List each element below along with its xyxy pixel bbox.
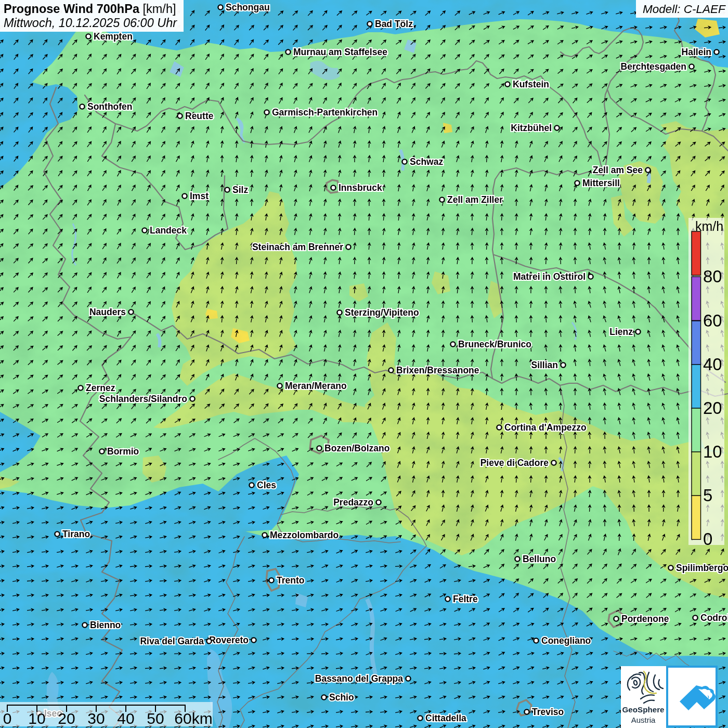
svg-text:Predazzo: Predazzo — [333, 497, 373, 508]
svg-text:Zernez: Zernez — [86, 383, 115, 393]
svg-text:Nauders: Nauders — [89, 307, 126, 317]
svg-text:30: 30 — [87, 710, 105, 727]
svg-text:40: 40 — [703, 355, 722, 374]
svg-text:40: 40 — [117, 710, 134, 727]
svg-text:Brixen/Bressanone: Brixen/Bressanone — [396, 365, 479, 375]
svg-text:Schwaz: Schwaz — [410, 157, 443, 167]
svg-text:Bienno: Bienno — [90, 620, 121, 630]
svg-text:Schlanders/Silandro: Schlanders/Silandro — [99, 394, 187, 404]
svg-text:Schongau: Schongau — [226, 2, 270, 12]
svg-text:Belluno: Belluno — [523, 554, 556, 564]
svg-text:Conegliano: Conegliano — [541, 635, 591, 646]
svg-text:Riva del Garda: Riva del Garda — [140, 636, 204, 646]
svg-text:Steinach am Brenner: Steinach am Brenner — [252, 242, 343, 252]
svg-text:Sonthofen: Sonthofen — [87, 101, 133, 112]
svg-text:5: 5 — [703, 486, 712, 505]
svg-text:Austria: Austria — [631, 716, 656, 724]
svg-text:Mittersill: Mittersill — [582, 178, 620, 188]
svg-text:Bruneck/Brunico: Bruneck/Brunico — [458, 339, 531, 349]
svg-text:Garmisch-Partenkirchen: Garmisch-Partenkirchen — [272, 107, 378, 118]
svg-text:Cittadella: Cittadella — [425, 713, 466, 723]
svg-text:Zell am See: Zell am See — [593, 165, 643, 175]
svg-text:Zell am Ziller: Zell am Ziller — [447, 194, 503, 205]
svg-text:Imst: Imst — [190, 191, 209, 201]
svg-text:Cortina d'Ampezzo: Cortina d'Ampezzo — [504, 422, 587, 433]
svg-text:Mittwoch, 10.12.2025 06:00 Uhr: Mittwoch, 10.12.2025 06:00 Uhr — [4, 16, 177, 30]
svg-text:Hallein: Hallein — [682, 47, 711, 57]
svg-text:Treviso: Treviso — [532, 707, 564, 717]
svg-text:Bassano del Grappa: Bassano del Grappa — [315, 673, 403, 684]
svg-text:Berchtesgaden: Berchtesgaden — [621, 61, 686, 72]
svg-text:Trento: Trento — [277, 575, 304, 586]
svg-text:Rovereto: Rovereto — [209, 635, 249, 645]
svg-text:Lienz: Lienz — [609, 327, 633, 337]
svg-text:GeoSphere: GeoSphere — [622, 705, 664, 714]
svg-text:Pieve di Cadore: Pieve di Cadore — [480, 458, 549, 468]
svg-text:0: 0 — [703, 529, 712, 549]
svg-text:20: 20 — [703, 398, 722, 418]
svg-text:Reutte: Reutte — [185, 111, 214, 121]
svg-text:60km: 60km — [174, 710, 212, 727]
svg-text:Meran/Merano: Meran/Merano — [285, 381, 347, 391]
svg-text:Modell: C-LAEF: Modell: C-LAEF — [643, 3, 726, 16]
svg-text:Bad Tölz: Bad Tölz — [375, 19, 413, 29]
svg-text:20: 20 — [58, 710, 75, 727]
svg-text:Pordenone: Pordenone — [621, 614, 669, 624]
svg-text:Spilimbergo: Spilimbergo — [676, 563, 728, 573]
svg-text:Cles: Cles — [257, 480, 276, 490]
svg-text:Feltre: Feltre — [453, 594, 478, 604]
svg-text:Kufstein: Kufstein — [513, 79, 549, 89]
svg-text:Mezzolombardo: Mezzolombardo — [270, 530, 339, 540]
svg-text:Kempten: Kempten — [94, 31, 133, 42]
svg-text:Innsbruck: Innsbruck — [339, 183, 382, 193]
svg-text:Matrei in Osttirol: Matrei in Osttirol — [513, 271, 586, 282]
svg-text:Bormio: Bormio — [107, 446, 139, 457]
svg-text:0: 0 — [3, 710, 12, 727]
svg-text:Schio: Schio — [329, 692, 354, 703]
svg-text:10: 10 — [28, 710, 45, 727]
svg-text:Tirano: Tirano — [62, 529, 90, 539]
svg-text:50: 50 — [147, 710, 164, 727]
svg-text:Sillian: Sillian — [531, 360, 558, 370]
svg-text:Silz: Silz — [232, 185, 248, 195]
svg-text:Landeck: Landeck — [150, 225, 187, 236]
svg-text:Sterzing/Vipiteno: Sterzing/Vipiteno — [345, 307, 419, 318]
svg-text:60: 60 — [703, 311, 722, 330]
svg-text:Codroipo: Codroipo — [700, 613, 728, 623]
svg-text:Murnau am Staffelsee: Murnau am Staffelsee — [293, 47, 387, 57]
svg-text:Prognose Wind 700hPa [km/h]: Prognose Wind 700hPa [km/h] — [4, 2, 176, 16]
svg-text:10: 10 — [703, 442, 722, 461]
svg-text:Kitzbühel: Kitzbühel — [511, 123, 552, 133]
svg-text:Bozen/Bolzano: Bozen/Bolzano — [324, 443, 389, 453]
svg-text:80: 80 — [703, 267, 722, 286]
